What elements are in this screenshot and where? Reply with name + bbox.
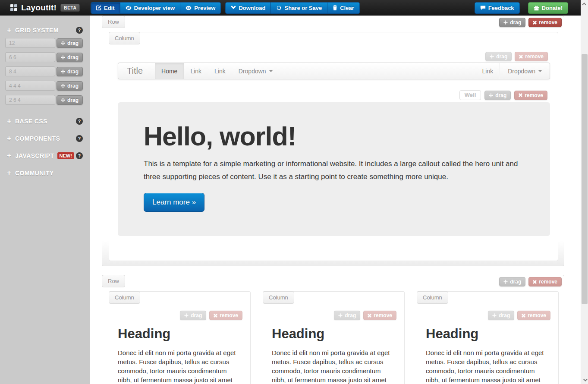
- grid-option-2-6-4: 2 6 4 drag: [5, 95, 83, 105]
- scrollbar-thumb[interactable]: [582, 54, 588, 304]
- scroll-down-arrow[interactable]: [581, 376, 588, 384]
- remove-button[interactable]: remove: [528, 277, 562, 286]
- row-tab: Row: [102, 275, 125, 287]
- x-icon: [214, 314, 217, 318]
- navbar-brand[interactable]: Title: [118, 63, 151, 79]
- donate-button[interactable]: Donate!: [528, 2, 568, 14]
- move-icon: [61, 41, 65, 45]
- move-icon: [503, 280, 508, 284]
- grid-option-4-4-4: 4 4 4 drag: [5, 81, 83, 91]
- caret-down-icon: [538, 70, 542, 72]
- x-icon: [519, 55, 523, 59]
- remove-button[interactable]: remove: [515, 52, 548, 61]
- file-actions-button-group: Download Share or Save Clear: [225, 2, 359, 14]
- remove-button[interactable]: remove: [517, 311, 550, 320]
- column-tab: Column: [263, 291, 294, 304]
- drag-handle[interactable]: drag: [499, 18, 525, 27]
- download-button[interactable]: Download: [225, 2, 271, 14]
- well-controls: Well drag remove: [459, 90, 547, 100]
- plus-icon: +: [7, 135, 11, 142]
- column-widget: Column drag remove Heading Donec id elit…: [109, 291, 251, 384]
- remove-button[interactable]: remove: [363, 311, 396, 320]
- column-heading: Heading: [426, 326, 550, 342]
- eye-slash-icon: [126, 6, 132, 10]
- drag-handle[interactable]: drag: [488, 311, 514, 320]
- row-tab: Row: [102, 16, 125, 28]
- sidebar-section-community[interactable]: + COMMUNITY: [7, 170, 83, 176]
- column-controls: drag remove: [334, 311, 396, 320]
- developer-view-button[interactable]: Developer view: [120, 2, 181, 14]
- row-controls: drag remove: [499, 18, 562, 27]
- move-icon: [61, 55, 65, 60]
- edit-button[interactable]: Edit: [91, 2, 120, 14]
- feedback-button[interactable]: Feedback: [475, 2, 520, 14]
- share-icon: [276, 5, 282, 11]
- scroll-up-arrow[interactable]: [581, 0, 588, 8]
- column-heading: Heading: [118, 326, 242, 342]
- move-icon: [492, 313, 497, 318]
- drag-handle[interactable]: drag: [57, 53, 83, 62]
- sidebar-section-grid-system[interactable]: + GRID SYSTEM ?: [7, 27, 83, 34]
- chevron-down-icon: [583, 377, 588, 381]
- drag-handle[interactable]: drag: [57, 81, 83, 91]
- help-icon[interactable]: ?: [76, 152, 83, 159]
- clear-button[interactable]: Clear: [327, 2, 360, 14]
- nav-item-link-2[interactable]: Link: [208, 63, 232, 79]
- chevron-down-icon: [231, 6, 236, 10]
- move-icon: [61, 98, 65, 102]
- nav-item-home[interactable]: Home: [155, 63, 184, 79]
- nav-item-link-right[interactable]: Link: [475, 63, 500, 79]
- column-tab: Column: [109, 291, 140, 304]
- drag-handle[interactable]: drag: [57, 67, 83, 76]
- x-icon: [533, 280, 537, 284]
- well-chip: Well: [459, 90, 481, 100]
- topbar-right-actions: Feedback Donate!: [475, 2, 568, 14]
- speech-bubble-icon: [480, 5, 486, 10]
- drag-handle[interactable]: drag: [485, 52, 512, 61]
- remove-button[interactable]: remove: [528, 18, 562, 27]
- drag-handle[interactable]: drag: [57, 38, 83, 48]
- drag-handle[interactable]: drag: [57, 95, 83, 105]
- learn-more-button[interactable]: Learn more »: [144, 193, 204, 212]
- x-icon: [519, 93, 522, 97]
- column-widget: Column drag remove Heading Donec id elit…: [417, 291, 559, 384]
- eye-icon: [186, 6, 192, 10]
- x-icon: [368, 314, 371, 318]
- drag-handle[interactable]: drag: [484, 91, 511, 100]
- move-icon: [338, 313, 343, 318]
- column-widget: Column drag remove Title Home Link: [109, 32, 558, 261]
- help-icon[interactable]: ?: [76, 27, 83, 34]
- sidebar-section-base-css[interactable]: + BASE CSS ?: [7, 118, 83, 125]
- remove-button[interactable]: remove: [209, 311, 242, 320]
- drag-handle[interactable]: drag: [334, 311, 360, 320]
- hero-title: Hello, world!: [144, 122, 524, 151]
- help-icon[interactable]: ?: [76, 118, 83, 125]
- column-content: Heading Donec id elit non mi porta gravi…: [417, 292, 558, 384]
- sidebar: + GRID SYSTEM ? 12 drag 6 6 drag 8 4 dra…: [0, 16, 90, 384]
- sidebar-section-components[interactable]: + COMPONENTS ?: [7, 135, 83, 142]
- nav-item-link-1[interactable]: Link: [184, 63, 208, 79]
- grid-option-12: 12 drag: [5, 38, 83, 48]
- editor-canvas: Row drag remove Column drag remove: [90, 16, 581, 384]
- column-heading: Heading: [272, 326, 396, 342]
- grid-option-label: 2 6 4: [5, 95, 55, 105]
- plus-icon: +: [7, 153, 11, 159]
- plus-icon: +: [7, 170, 11, 176]
- grid-option-6-6: 6 6 drag: [5, 52, 83, 62]
- share-or-save-button[interactable]: Share or Save: [271, 2, 327, 14]
- help-icon[interactable]: ?: [76, 135, 83, 142]
- column-content: Heading Donec id elit non mi porta gravi…: [109, 292, 250, 384]
- remove-button[interactable]: remove: [514, 91, 547, 100]
- nav-item-dropdown-right[interactable]: Dropdown: [500, 63, 550, 79]
- hero-text: This is a template for a simple marketin…: [144, 157, 524, 183]
- drag-handle[interactable]: drag: [180, 311, 206, 320]
- drag-handle[interactable]: drag: [499, 277, 525, 286]
- view-mode-button-group: Edit Developer view Preview: [91, 2, 221, 14]
- row-widget: Row drag remove Column drag remove: [102, 275, 564, 384]
- move-icon: [61, 84, 65, 88]
- column-text: Donec id elit non mi porta gravida at eg…: [272, 348, 396, 384]
- preview-button[interactable]: Preview: [180, 2, 221, 14]
- sidebar-section-javascript[interactable]: + JAVASCRIPT NEW! ?: [7, 152, 83, 159]
- grid-options-list: 12 drag 6 6 drag 8 4 drag 4 4 4 dra: [0, 38, 90, 105]
- nav-item-dropdown[interactable]: Dropdown: [232, 63, 279, 79]
